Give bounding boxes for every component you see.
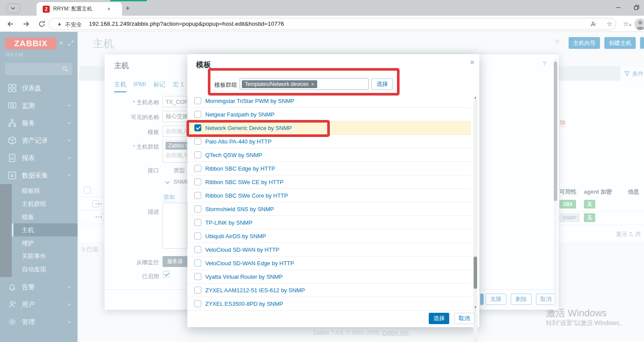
row-menu-dots[interactable]: ••• bbox=[95, 215, 103, 219]
template-checkbox[interactable] bbox=[194, 205, 201, 212]
column-info[interactable]: 信息 bbox=[628, 188, 639, 196]
group-select-button[interactable]: 选择 bbox=[371, 79, 393, 90]
template-checkbox[interactable] bbox=[194, 151, 201, 158]
sidebar-subitem-active[interactable]: 主机 bbox=[12, 223, 78, 236]
templates-input[interactable]: 在此输入 bbox=[163, 126, 187, 137]
sidebar-expand-icon[interactable] bbox=[68, 40, 74, 46]
template-checkbox[interactable] bbox=[194, 219, 201, 226]
template-link[interactable]: Network Generic Device by SNMP bbox=[205, 125, 292, 131]
template-link[interactable]: Ribbon SBC SWe CE by HTTP bbox=[205, 179, 284, 185]
browser-tab[interactable]: Z RRYM: 配置主机 × bbox=[37, 2, 122, 16]
select-all-checkbox[interactable] bbox=[84, 187, 91, 194]
sidebar-item-alerts[interactable]: 告警 bbox=[0, 278, 78, 296]
browser-profile-avatar[interactable] bbox=[634, 18, 644, 30]
favorites-bar-icon[interactable]: ☆≡ bbox=[623, 20, 631, 28]
not-secure-label[interactable]: 不安全 bbox=[65, 21, 82, 29]
template-link[interactable]: TP-LINK by SNMP bbox=[205, 219, 252, 226]
template-link[interactable]: ZYXEL AAM1212-51 IES-612 by SNMP bbox=[205, 287, 305, 294]
enabled-checkbox[interactable] bbox=[163, 271, 170, 278]
template-row[interactable]: Ribbon SBC Edge by HTTP bbox=[188, 162, 471, 175]
template-modal-close-icon[interactable]: × bbox=[470, 58, 475, 67]
description-textarea[interactable] bbox=[163, 203, 187, 249]
delete-button[interactable]: 删除 bbox=[511, 294, 532, 305]
sidebar-item-services[interactable]: 服务 bbox=[0, 114, 78, 132]
sidebar-item-dashboard[interactable]: 仪表盘 bbox=[0, 79, 78, 97]
host-name-input[interactable]: TX_COR bbox=[163, 96, 187, 107]
template-link[interactable]: Ribbon SBC Edge by HTTP bbox=[205, 165, 275, 172]
chevron-down-icon[interactable] bbox=[165, 181, 170, 184]
template-group-chip[interactable]: Templates/Network devices× bbox=[242, 80, 317, 88]
new-tab-button[interactable]: + bbox=[125, 4, 130, 13]
tab-search-button[interactable] bbox=[6, 3, 20, 13]
sidebar-item-administration[interactable]: 管理 bbox=[0, 313, 78, 331]
template-link[interactable]: Ubiquiti AirOS by SNMP bbox=[205, 233, 266, 239]
template-link[interactable]: Ribbon SBC SWe Core by HTTP bbox=[205, 192, 288, 199]
column-availability[interactable]: 可用性 bbox=[559, 188, 576, 196]
tab-macros[interactable]: 宏 1 bbox=[173, 81, 184, 89]
template-row[interactable]: ZYXEL ES3500-8PD by SNMP bbox=[188, 297, 471, 311]
template-link[interactable]: VeloCloud SD-WAN by HTTP bbox=[205, 246, 279, 253]
template-row[interactable]: ZYXEL AAM1212-51 IES-612 by SNMP bbox=[188, 284, 471, 297]
template-link[interactable]: Morningstar TriStar PWM by SNMP bbox=[205, 98, 294, 104]
sidebar-subitem-item[interactable]: 维护 bbox=[12, 236, 78, 250]
template-link[interactable]: Stormshield SNS by SNMP bbox=[205, 206, 274, 212]
template-checkbox[interactable] bbox=[194, 192, 201, 199]
sidebar-collapse-icon[interactable]: « bbox=[59, 38, 63, 47]
template-select-button[interactable]: 选择 bbox=[429, 313, 449, 324]
clone-button[interactable]: 克隆 bbox=[485, 294, 506, 305]
host-group-chip[interactable]: Zabbix se bbox=[166, 142, 187, 150]
monitored-by-server-segment[interactable]: 服务器 bbox=[163, 256, 187, 267]
scroll-up-arrow[interactable]: ▲ bbox=[473, 96, 478, 99]
template-row[interactable]: Ribbon SBC SWe CE by HTTP bbox=[188, 175, 471, 189]
template-row[interactable]: VeloCloud SD-WAN by HTTP bbox=[188, 243, 471, 256]
template-link[interactable]: Vyatta Virtual Router by SNMP bbox=[205, 274, 283, 280]
template-checkbox[interactable] bbox=[194, 273, 201, 280]
create-host-button[interactable]: 创建主机 bbox=[604, 37, 636, 49]
template-checkbox[interactable] bbox=[194, 287, 201, 294]
host-modal-scrollbar-thumb[interactable] bbox=[554, 62, 557, 201]
template-row[interactable]: Stormshield SNS by SNMP bbox=[188, 202, 471, 216]
filter-tab[interactable]: 条件 bbox=[620, 66, 644, 81]
tab-host[interactable]: 主机 bbox=[114, 81, 126, 92]
tab-ipmi[interactable]: IPMI bbox=[133, 81, 146, 88]
template-row[interactable]: Ribbon SBC SWe Core by HTTP bbox=[188, 189, 471, 202]
sidebar-subitem-item[interactable]: 模板组 bbox=[12, 184, 78, 197]
sidebar-subitem-item[interactable]: 主机群组 bbox=[12, 197, 78, 210]
template-scrollbar-thumb[interactable] bbox=[474, 256, 477, 289]
zabbix-logo[interactable]: ZABBIX bbox=[5, 38, 57, 49]
template-checkbox[interactable] bbox=[194, 165, 201, 172]
visible-name-input[interactable]: 核心交换 bbox=[163, 111, 187, 122]
row-menu-dots[interactable]: ••• bbox=[95, 202, 103, 206]
forward-button[interactable] bbox=[22, 20, 31, 28]
template-link[interactable]: QTech QSW by SNMP bbox=[205, 152, 262, 158]
template-row[interactable]: Network Generic Device by SNMP bbox=[188, 121, 471, 135]
sidebar-subitem-item[interactable]: 模板 bbox=[12, 210, 78, 223]
update-button-partial[interactable] bbox=[480, 294, 484, 305]
sidebar-item-reports[interactable]: 报表 bbox=[0, 149, 78, 167]
help-icon[interactable]: ? bbox=[555, 38, 559, 47]
window-restore-button[interactable] bbox=[634, 4, 640, 10]
template-link[interactable]: Palo Alto PA-440 by HTTP bbox=[205, 138, 271, 145]
template-row[interactable]: Ubiquiti AirOS by SNMP bbox=[188, 229, 471, 243]
template-group-input[interactable]: Templates/Network devices× bbox=[240, 78, 369, 90]
template-row[interactable]: VeloCloud SD-WAN Edge by HTTP bbox=[188, 256, 471, 270]
template-link[interactable]: ZYXEL ES3500-8PD by SNMP bbox=[205, 301, 283, 307]
window-minimize-button[interactable]: ─ bbox=[613, 3, 623, 12]
sidebar-item-inventory[interactable]: 资产记录 bbox=[0, 132, 78, 149]
read-aloud-icon[interactable]: A⁾ bbox=[591, 20, 596, 27]
template-row[interactable]: Morningstar TriStar PWM by SNMP bbox=[188, 94, 471, 108]
sidebar-item-users[interactable]: 用户 bbox=[0, 296, 78, 313]
remove-link-partial[interactable]: 除 bbox=[560, 119, 566, 127]
template-checkbox[interactable] bbox=[194, 124, 201, 131]
template-checkbox[interactable] bbox=[194, 97, 201, 104]
sidebar-search-input[interactable] bbox=[5, 63, 72, 75]
sidebar-item-data-collection[interactable]: 数据采集 bbox=[0, 167, 78, 184]
template-row[interactable]: Vyatta Virtual Router by SNMP bbox=[188, 270, 471, 284]
sidebar-subitem-item[interactable]: 关联事件 bbox=[12, 250, 78, 263]
add-interface-link[interactable]: 添加 bbox=[163, 193, 175, 202]
template-row[interactable]: TP-LINK by SNMP bbox=[188, 216, 471, 229]
template-checkbox[interactable] bbox=[194, 138, 201, 145]
template-link[interactable]: Netgear Fastpath by SNMP bbox=[205, 111, 275, 118]
tab-tags[interactable]: 标记 bbox=[153, 81, 166, 89]
url-text[interactable]: 192.168.21.249/zabbix.php?action=popup&p… bbox=[89, 21, 284, 27]
